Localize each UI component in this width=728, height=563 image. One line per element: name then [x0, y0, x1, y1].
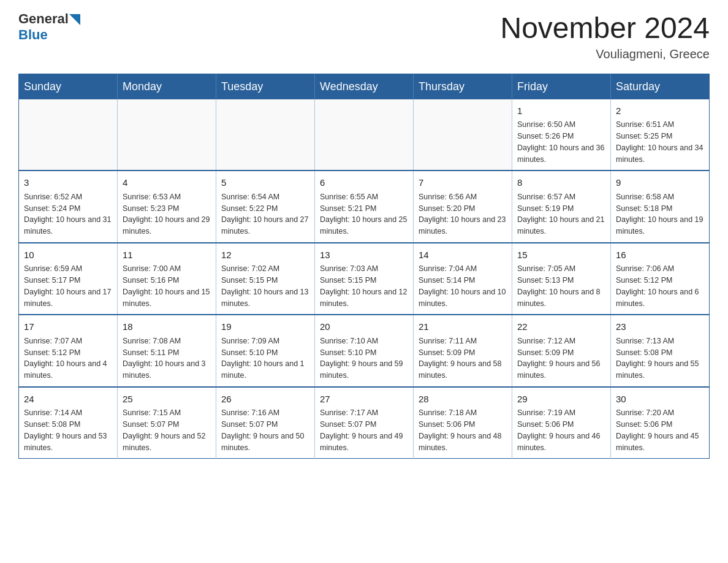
logo: General Blue	[18, 12, 80, 43]
day-number: 20	[320, 320, 408, 334]
calendar-cell: 21Sunrise: 7:11 AM Sunset: 5:09 PM Dayli…	[414, 315, 512, 387]
day-of-week-header: Thursday	[414, 74, 512, 99]
calendar-cell: 24Sunrise: 7:14 AM Sunset: 5:08 PM Dayli…	[19, 387, 118, 459]
calendar-cell: 3Sunrise: 6:52 AM Sunset: 5:24 PM Daylig…	[19, 170, 118, 243]
calendar-cell: 17Sunrise: 7:07 AM Sunset: 5:12 PM Dayli…	[19, 315, 118, 387]
day-number: 22	[517, 320, 605, 334]
calendar-cell: 2Sunrise: 6:51 AM Sunset: 5:25 PM Daylig…	[611, 99, 710, 171]
calendar-cell: 28Sunrise: 7:18 AM Sunset: 5:06 PM Dayli…	[414, 387, 512, 459]
day-number: 9	[616, 176, 704, 190]
day-number: 8	[517, 176, 605, 190]
calendar-cell: 6Sunrise: 6:55 AM Sunset: 5:21 PM Daylig…	[315, 170, 414, 243]
calendar-week-row: 1Sunrise: 6:50 AM Sunset: 5:26 PM Daylig…	[19, 99, 710, 171]
day-number: 29	[517, 393, 605, 407]
day-of-week-header: Monday	[118, 74, 216, 99]
cell-content: Sunrise: 7:19 AM Sunset: 5:06 PM Dayligh…	[517, 407, 605, 453]
day-number: 16	[616, 248, 704, 262]
cell-content: Sunrise: 7:10 AM Sunset: 5:10 PM Dayligh…	[320, 335, 408, 381]
calendar-cell: 10Sunrise: 6:59 AM Sunset: 5:17 PM Dayli…	[19, 243, 118, 315]
cell-content: Sunrise: 6:58 AM Sunset: 5:18 PM Dayligh…	[616, 191, 704, 237]
day-number: 13	[320, 248, 408, 262]
day-number: 15	[517, 248, 605, 262]
day-number: 10	[24, 248, 112, 262]
day-number: 19	[221, 320, 309, 334]
calendar-cell	[414, 99, 512, 171]
cell-content: Sunrise: 7:13 AM Sunset: 5:08 PM Dayligh…	[616, 335, 704, 381]
cell-content: Sunrise: 7:03 AM Sunset: 5:15 PM Dayligh…	[320, 263, 408, 309]
day-number: 3	[24, 176, 112, 190]
calendar-cell	[216, 99, 315, 171]
calendar-cell	[118, 99, 216, 171]
calendar-cell: 14Sunrise: 7:04 AM Sunset: 5:14 PM Dayli…	[414, 243, 512, 315]
calendar-cell: 27Sunrise: 7:17 AM Sunset: 5:07 PM Dayli…	[315, 387, 414, 459]
day-number: 28	[419, 393, 507, 407]
calendar-cell: 7Sunrise: 6:56 AM Sunset: 5:20 PM Daylig…	[414, 170, 512, 243]
cell-content: Sunrise: 7:02 AM Sunset: 5:15 PM Dayligh…	[221, 263, 309, 309]
day-number: 12	[221, 248, 309, 262]
calendar-cell: 5Sunrise: 6:54 AM Sunset: 5:22 PM Daylig…	[216, 170, 315, 243]
calendar-week-row: 24Sunrise: 7:14 AM Sunset: 5:08 PM Dayli…	[19, 387, 710, 459]
cell-content: Sunrise: 7:04 AM Sunset: 5:14 PM Dayligh…	[419, 263, 507, 309]
cell-content: Sunrise: 7:07 AM Sunset: 5:12 PM Dayligh…	[24, 335, 112, 381]
cell-content: Sunrise: 7:12 AM Sunset: 5:09 PM Dayligh…	[517, 335, 605, 381]
calendar-cell: 18Sunrise: 7:08 AM Sunset: 5:11 PM Dayli…	[118, 315, 216, 387]
logo-blue: Blue	[18, 27, 48, 43]
calendar-cell: 9Sunrise: 6:58 AM Sunset: 5:18 PM Daylig…	[611, 170, 710, 243]
day-of-week-header: Tuesday	[216, 74, 315, 99]
calendar-cell: 1Sunrise: 6:50 AM Sunset: 5:26 PM Daylig…	[512, 99, 611, 171]
cell-content: Sunrise: 6:55 AM Sunset: 5:21 PM Dayligh…	[320, 191, 408, 237]
calendar-cell: 30Sunrise: 7:20 AM Sunset: 5:06 PM Dayli…	[611, 387, 710, 459]
calendar-cell: 25Sunrise: 7:15 AM Sunset: 5:07 PM Dayli…	[118, 387, 216, 459]
calendar-cell: 19Sunrise: 7:09 AM Sunset: 5:10 PM Dayli…	[216, 315, 315, 387]
logo-general: General	[18, 12, 69, 26]
day-number: 25	[123, 393, 211, 407]
day-number: 6	[320, 176, 408, 190]
day-number: 21	[419, 320, 507, 334]
day-number: 2	[616, 104, 704, 118]
day-number: 27	[320, 393, 408, 407]
cell-content: Sunrise: 7:00 AM Sunset: 5:16 PM Dayligh…	[123, 263, 211, 309]
day-number: 11	[123, 248, 211, 262]
svg-marker-0	[69, 14, 80, 25]
calendar-cell: 8Sunrise: 6:57 AM Sunset: 5:19 PM Daylig…	[512, 170, 611, 243]
calendar-cell: 4Sunrise: 6:53 AM Sunset: 5:23 PM Daylig…	[118, 170, 216, 243]
day-number: 14	[419, 248, 507, 262]
cell-content: Sunrise: 7:09 AM Sunset: 5:10 PM Dayligh…	[221, 335, 309, 381]
day-number: 5	[221, 176, 309, 190]
calendar-cell: 11Sunrise: 7:00 AM Sunset: 5:16 PM Dayli…	[118, 243, 216, 315]
calendar-cell: 20Sunrise: 7:10 AM Sunset: 5:10 PM Dayli…	[315, 315, 414, 387]
title-block: November 2024 Vouliagmeni, Greece	[500, 12, 710, 61]
cell-content: Sunrise: 7:18 AM Sunset: 5:06 PM Dayligh…	[419, 407, 507, 453]
day-of-week-header: Sunday	[19, 74, 118, 99]
cell-content: Sunrise: 7:20 AM Sunset: 5:06 PM Dayligh…	[616, 407, 704, 453]
cell-content: Sunrise: 6:57 AM Sunset: 5:19 PM Dayligh…	[517, 191, 605, 237]
day-number: 24	[24, 393, 112, 407]
calendar-cell: 22Sunrise: 7:12 AM Sunset: 5:09 PM Dayli…	[512, 315, 611, 387]
cell-content: Sunrise: 7:11 AM Sunset: 5:09 PM Dayligh…	[419, 335, 507, 381]
day-number: 26	[221, 393, 309, 407]
cell-content: Sunrise: 6:50 AM Sunset: 5:26 PM Dayligh…	[517, 119, 605, 165]
calendar-table: SundayMondayTuesdayWednesdayThursdayFrid…	[18, 74, 710, 459]
cell-content: Sunrise: 7:06 AM Sunset: 5:12 PM Dayligh…	[616, 263, 704, 309]
day-number: 4	[123, 176, 211, 190]
calendar-cell: 15Sunrise: 7:05 AM Sunset: 5:13 PM Dayli…	[512, 243, 611, 315]
cell-content: Sunrise: 7:05 AM Sunset: 5:13 PM Dayligh…	[517, 263, 605, 309]
calendar-cell: 12Sunrise: 7:02 AM Sunset: 5:15 PM Dayli…	[216, 243, 315, 315]
calendar-header-row: SundayMondayTuesdayWednesdayThursdayFrid…	[19, 74, 710, 99]
cell-content: Sunrise: 7:16 AM Sunset: 5:07 PM Dayligh…	[221, 407, 309, 453]
logo-arrow-icon	[69, 14, 80, 25]
month-title: November 2024	[500, 12, 710, 45]
cell-content: Sunrise: 7:08 AM Sunset: 5:11 PM Dayligh…	[123, 335, 211, 381]
day-of-week-header: Wednesday	[315, 74, 414, 99]
calendar-week-row: 10Sunrise: 6:59 AM Sunset: 5:17 PM Dayli…	[19, 243, 710, 315]
cell-content: Sunrise: 7:14 AM Sunset: 5:08 PM Dayligh…	[24, 407, 112, 453]
calendar-cell	[315, 99, 414, 171]
day-number: 1	[517, 104, 605, 118]
calendar-week-row: 17Sunrise: 7:07 AM Sunset: 5:12 PM Dayli…	[19, 315, 710, 387]
page-header: General Blue November 2024 Vouliagmeni, …	[18, 12, 710, 61]
calendar-cell	[19, 99, 118, 171]
calendar-cell: 13Sunrise: 7:03 AM Sunset: 5:15 PM Dayli…	[315, 243, 414, 315]
day-of-week-header: Friday	[512, 74, 611, 99]
cell-content: Sunrise: 7:15 AM Sunset: 5:07 PM Dayligh…	[123, 407, 211, 453]
calendar-cell: 29Sunrise: 7:19 AM Sunset: 5:06 PM Dayli…	[512, 387, 611, 459]
